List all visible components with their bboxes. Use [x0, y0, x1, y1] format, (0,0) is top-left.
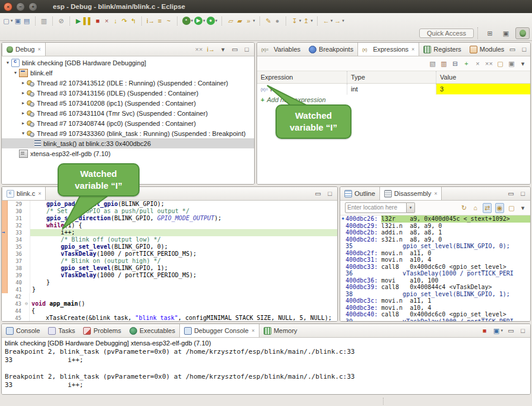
tab-modules[interactable]: Modules	[466, 43, 509, 56]
minimize-icon[interactable]: ▭	[508, 45, 516, 54]
show-logical-structure-icon[interactable]: ▥	[440, 59, 448, 68]
view-menu-icon[interactable]: ▾	[519, 59, 527, 68]
debug-tree-item[interactable]: ▾blink.elf	[2, 68, 254, 78]
skip-all-breakpoints-icon[interactable]: ⊘	[58, 17, 65, 26]
flash-target-dropdown-icon[interactable]: ▾	[253, 18, 255, 23]
debug-tree-item[interactable]: ▸Thread #2 1073413512 (IDLE : Running) (…	[2, 78, 254, 88]
step-over-icon[interactable]: ↷	[121, 17, 128, 26]
location-input[interactable]: Enter location here	[345, 202, 407, 213]
tree-expander-icon[interactable]: ▾	[12, 70, 19, 75]
annotation-gutter[interactable]	[2, 250, 8, 258]
debug-tree-item[interactable]: ▾blink checking [GDB Hardware Debugging]	[2, 58, 254, 68]
annotation-gutter[interactable]	[2, 201, 8, 208]
terminate-icon[interactable]: ■	[94, 17, 102, 26]
debug-tree-item[interactable]: ▾Thread #9 1073433360 (blink_task : Runn…	[2, 128, 254, 138]
debug-tree-item[interactable]: ▸Thread #3 1073413156 (IDLE) (Suspended …	[2, 88, 254, 98]
debug-tree-item[interactable]: ▸Thread #5 1073410208 (ipc1) (Suspended …	[2, 98, 254, 108]
tree-expander-icon[interactable]: ▸	[20, 90, 27, 96]
tab-outline[interactable]: Outline	[340, 187, 379, 200]
tree-expander-icon[interactable]: ▾	[4, 60, 11, 65]
column-expression[interactable]: Expression	[257, 71, 347, 83]
collapse-all-icon[interactable]: ⊟	[451, 59, 459, 68]
terminate-console-icon[interactable]: ■	[480, 326, 488, 335]
tree-expander-icon[interactable]: ▸	[20, 80, 27, 85]
debug-launch-dropdown-icon[interactable]: ▾	[191, 18, 194, 23]
annotation-gutter[interactable]	[2, 208, 8, 215]
annotation-gutter[interactable]	[2, 307, 7, 315]
view-menu-icon[interactable]: ▾	[219, 45, 227, 54]
run-launch-dropdown-icon[interactable]: ▾	[203, 18, 205, 23]
column-value[interactable]: Value	[436, 71, 530, 83]
tab-problems[interactable]: Problems	[79, 324, 125, 337]
annotation-gutter[interactable]	[2, 272, 8, 279]
add-expression-icon[interactable]: +	[463, 59, 470, 68]
annotation-gutter[interactable]	[2, 265, 8, 272]
display-selected-console-dropdown-icon[interactable]: ▾	[501, 328, 503, 333]
open-perspective-icon[interactable]: ⊞	[483, 28, 496, 39]
minimize-icon[interactable]: ▭	[507, 326, 515, 335]
column-type[interactable]: Type	[347, 71, 436, 83]
annotation-gutter[interactable]	[2, 279, 8, 286]
tab-debug[interactable]: Debug×	[2, 43, 46, 56]
maximize-window-button[interactable]: +	[28, 2, 37, 11]
resume-icon[interactable]: ▶	[75, 17, 83, 26]
use-step-filters-icon[interactable]: ~	[165, 17, 173, 26]
close-tab-icon[interactable]: ×	[37, 46, 40, 52]
cpp-perspective-icon[interactable]: ▣	[499, 28, 512, 39]
instruction-pointer-gutter[interactable]: →	[2, 229, 8, 236]
debug-tree-item[interactable]: ▸Thread #6 1073431104 (Tmr Svc) (Suspend…	[2, 108, 254, 118]
tab-disassembly[interactable]: Disassembly×	[379, 187, 442, 200]
new-view-icon[interactable]: ▢	[496, 59, 504, 68]
tab-executables[interactable]: Executables	[125, 324, 179, 337]
refresh-icon[interactable]: ↻	[460, 204, 468, 212]
annotation-gutter[interactable]	[2, 243, 8, 250]
location-dropdown-icon[interactable]: ▾	[407, 202, 415, 213]
save-icon[interactable]: ▣	[14, 17, 22, 26]
remove-all-terminated-icon[interactable]: ××	[195, 45, 203, 54]
minimize-icon[interactable]: ▭	[314, 189, 322, 198]
debug-tree-item[interactable]: ▸Thread #7 1073408744 (ipc0) (Suspended …	[2, 118, 254, 128]
new-view-icon[interactable]: ▢	[508, 204, 515, 212]
new-wizard-icon[interactable]: ▢	[2, 17, 10, 26]
debug-perspective-icon[interactable]	[515, 27, 530, 39]
remove-all-expressions-icon[interactable]: ××	[485, 59, 493, 68]
tab-console[interactable]: Console	[2, 324, 44, 337]
maximize-icon[interactable]: □	[519, 326, 527, 335]
tab-memory[interactable]: Memory	[259, 324, 302, 337]
show-type-names-icon[interactable]: ▧	[429, 59, 436, 68]
trace-icon[interactable]: ●	[274, 17, 281, 26]
tab-debugger-console[interactable]: Debugger Console×	[179, 324, 259, 337]
suspend-icon[interactable]: ▌▌	[84, 17, 93, 26]
annotation-gutter[interactable]	[2, 215, 8, 222]
tab-tasks[interactable]: Tasks	[44, 324, 79, 337]
run-launch-icon[interactable]: ▶	[194, 17, 202, 25]
step-into-icon[interactable]: ↓	[112, 17, 119, 26]
annotation-gutter[interactable]	[2, 315, 7, 321]
maximize-icon[interactable]: □	[519, 189, 527, 198]
close-tab-icon[interactable]: ×	[434, 191, 437, 196]
tab-blink-c[interactable]: blink.c×	[2, 187, 46, 200]
debug-launch-icon[interactable]: *	[182, 17, 191, 25]
annotation-gutter[interactable]	[2, 236, 8, 243]
close-tab-icon[interactable]: ×	[252, 328, 255, 334]
back-dropdown-icon[interactable]: ▾	[331, 18, 333, 23]
step-return-icon[interactable]: ↰	[129, 17, 137, 26]
back-icon[interactable]: ←	[322, 17, 330, 26]
annotation-gutter[interactable]	[2, 286, 8, 293]
tree-expander-icon[interactable]: ▸	[20, 100, 27, 106]
new-c-project-icon[interactable]: ▱	[227, 17, 235, 26]
instruction-stepping-icon[interactable]: i→	[147, 17, 154, 26]
home-icon[interactable]: ⌂	[471, 204, 479, 212]
flash-target-icon[interactable]: »	[245, 17, 252, 26]
track-expression-icon[interactable]: ◉	[495, 203, 504, 213]
close-window-button[interactable]: ×	[4, 2, 12, 11]
goto-annotation-icon[interactable]: ↥	[302, 17, 310, 26]
annotation-gutter[interactable]	[2, 300, 7, 307]
maximize-icon[interactable]: □	[243, 45, 251, 54]
tree-expander-icon[interactable]: ▸	[20, 110, 27, 116]
minimize-window-button[interactable]: −	[16, 2, 25, 11]
close-tab-icon[interactable]: ×	[411, 46, 414, 52]
disassembly-listing[interactable]: ◆400dbc26:l32r a9, 0x400d045c <_stext+10…	[340, 215, 530, 321]
code-editor[interactable]: 29 gpio_pad_select_gpio(BLINK_GPIO);30 /…	[2, 201, 337, 321]
console-content[interactable]: blink checking [GDB Hardware Debugging] …	[2, 338, 530, 394]
